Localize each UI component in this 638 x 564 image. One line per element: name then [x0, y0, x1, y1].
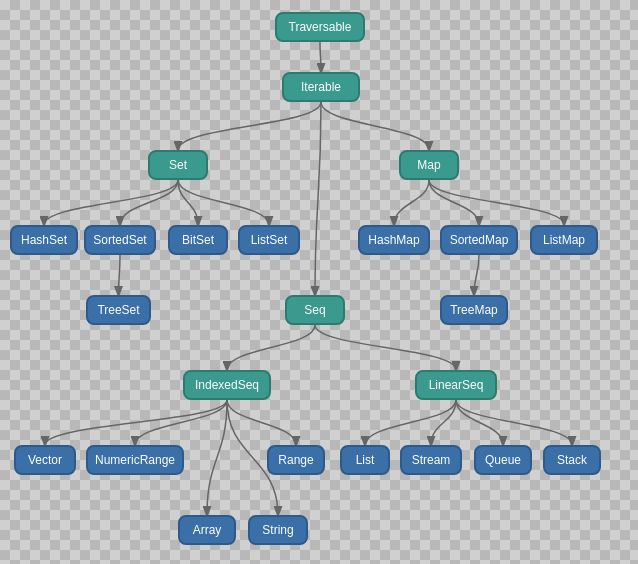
node-hashset: HashSet [10, 225, 78, 255]
node-queue: Queue [474, 445, 532, 475]
edge-linearseq-stack [456, 400, 572, 445]
node-string: String [248, 515, 308, 545]
edge-map-listmap [429, 180, 564, 225]
edge-indexedseq-range [227, 400, 296, 445]
node-seq: Seq [285, 295, 345, 325]
node-sortedset: SortedSet [84, 225, 156, 255]
edge-seq-indexedseq [227, 325, 315, 370]
edge-iterable-set [178, 102, 321, 150]
node-indexedseq: IndexedSeq [183, 370, 271, 400]
edge-set-hashset [44, 180, 178, 225]
edge-indexedseq-vector [45, 400, 227, 445]
node-array: Array [178, 515, 236, 545]
edge-map-sortedmap [429, 180, 479, 225]
diagram: TraversableIterableSetMapHashSetSortedSe… [0, 0, 638, 564]
node-traversable: Traversable [275, 12, 365, 42]
node-list: List [340, 445, 390, 475]
node-range: Range [267, 445, 325, 475]
edge-linearseq-stream [431, 400, 456, 445]
node-stream: Stream [400, 445, 462, 475]
node-treeset: TreeSet [86, 295, 151, 325]
node-hashmap: HashMap [358, 225, 430, 255]
edge-linearseq-list [365, 400, 456, 445]
node-map: Map [399, 150, 459, 180]
edge-seq-linearseq [315, 325, 456, 370]
node-bitset: BitSet [168, 225, 228, 255]
edge-traversable-iterable [320, 42, 321, 72]
node-linearseq: LinearSeq [415, 370, 497, 400]
edge-sortedset-treeset [119, 255, 121, 295]
edge-indexedseq-array [207, 400, 227, 515]
edge-iterable-seq [315, 102, 321, 295]
node-stack: Stack [543, 445, 601, 475]
node-numericrange: NumericRange [86, 445, 184, 475]
node-treemap: TreeMap [440, 295, 508, 325]
edge-linearseq-queue [456, 400, 503, 445]
node-vector: Vector [14, 445, 76, 475]
node-set: Set [148, 150, 208, 180]
node-listset: ListSet [238, 225, 300, 255]
edge-set-sortedset [120, 180, 178, 225]
node-iterable: Iterable [282, 72, 360, 102]
edge-map-hashmap [394, 180, 429, 225]
node-listmap: ListMap [530, 225, 598, 255]
edge-indexedseq-numericrange [135, 400, 227, 445]
edge-set-listset [178, 180, 269, 225]
edge-sortedmap-treemap [474, 255, 479, 295]
node-sortedmap: SortedMap [440, 225, 518, 255]
edge-iterable-map [321, 102, 429, 150]
edge-set-bitset [178, 180, 198, 225]
